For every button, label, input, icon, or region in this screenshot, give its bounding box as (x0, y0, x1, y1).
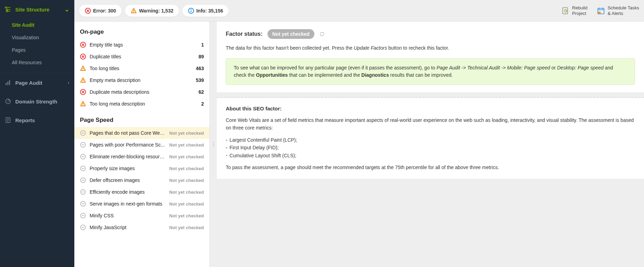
neutral-icon (80, 130, 86, 136)
site-structure-icon (5, 6, 11, 12)
factor-status: Not yet checked (169, 213, 204, 218)
factor-row[interactable]: Pages with poor Performance Sc...Not yet… (74, 139, 209, 151)
svg-rect-0 (5, 7, 7, 8)
factor-status: Not yet checked (169, 154, 204, 159)
factor-name: Too long titles (90, 66, 190, 71)
schedule-tasks-button[interactable]: Schedule Tasks& Alerts (597, 5, 639, 16)
factor-row[interactable]: Properly size imagesNot yet checked (74, 162, 209, 174)
tip-box: To see what can be improved for any part… (226, 58, 635, 85)
refresh-icon[interactable] (319, 31, 325, 37)
svg-point-19 (133, 12, 134, 12)
factor-row[interactable]: Empty title tags1 (74, 39, 209, 51)
sidebar: Site Structure ⌄ Site Audit Visualizatio… (0, 0, 74, 267)
nav-site-structure-label: Site Structure (15, 7, 49, 12)
factor-status-desc: The data for this factor hasn't been col… (226, 45, 635, 51)
factor-name: Empty meta description (90, 77, 190, 83)
factor-row[interactable]: Duplicate titles89 (74, 51, 209, 62)
svg-rect-4 (6, 11, 8, 12)
rebuild-line1: Rebuild (572, 5, 587, 10)
factor-value: 62 (198, 89, 204, 95)
nav-reports-label: Reports (15, 117, 35, 123)
error-icon (80, 42, 86, 48)
factor-name: Empty title tags (90, 42, 196, 48)
factor-status: Not yet checked (169, 225, 204, 230)
factor-row[interactable]: Minify JavaScriptNot yet checked (74, 222, 209, 233)
chevron-right-icon: › (68, 80, 69, 86)
info-pill[interactable]: Info: 35,156 (182, 5, 229, 17)
factor-name: Duplicate titles (90, 54, 193, 59)
factor-name: Eliminate render-blocking resourc... (90, 154, 166, 159)
factor-row[interactable]: Too long meta description2 (74, 98, 209, 110)
error-pill[interactable]: Error: 300 (79, 5, 122, 17)
factor-value: 539 (196, 77, 204, 83)
factors-panel: On-page Empty title tags1Duplicate title… (74, 22, 210, 267)
factor-name: Pages with poor Performance Sc... (90, 142, 166, 148)
factor-row[interactable]: Duplicate meta descriptions62 (74, 86, 209, 98)
rebuild-line2: Project (572, 11, 586, 16)
nav-site-structure[interactable]: Site Structure ⌄ (0, 0, 74, 19)
factor-name: Minify CSS (90, 213, 166, 218)
nav-visualization[interactable]: Visualization (0, 31, 74, 44)
warning-icon (131, 8, 137, 14)
factor-row[interactable]: Pages that do not pass Core Web...Not ye… (74, 127, 209, 139)
svg-point-36 (83, 69, 83, 70)
neutral-icon (80, 142, 86, 148)
factor-status: Not yet checked (169, 131, 204, 136)
error-icon (85, 8, 91, 14)
neutral-icon (80, 177, 86, 183)
error-pill-label: Error: 300 (93, 8, 116, 14)
svg-rect-2 (6, 9, 8, 10)
about-body: Core Web Vitals are a set of field metri… (226, 116, 635, 171)
chevron-down-icon: ⌄ (64, 6, 69, 13)
nav-all-resources[interactable]: All Resources (0, 56, 74, 69)
page-audit-icon (5, 80, 11, 86)
schedule-line1: Schedule Tasks (608, 5, 639, 10)
nav-page-audit-label: Page Audit (15, 80, 42, 86)
svg-rect-7 (7, 82, 8, 85)
factor-row[interactable]: Empty meta description539 (74, 74, 209, 86)
error-icon (80, 53, 86, 60)
error-icon (80, 89, 86, 95)
factor-name: Minify JavaScript (90, 225, 166, 230)
factor-name: Defer offscreen images (90, 177, 166, 183)
svg-point-10 (8, 101, 9, 102)
factor-row[interactable]: Eliminate render-blocking resourc...Not … (74, 151, 209, 162)
warning-icon (80, 65, 86, 72)
factor-status: Not yet checked (169, 142, 204, 148)
neutral-icon (80, 153, 86, 160)
neutral-icon (80, 189, 86, 195)
info-icon (188, 8, 194, 14)
factor-status: Not yet checked (169, 178, 204, 183)
neutral-icon (80, 212, 86, 219)
svg-rect-6 (6, 83, 7, 85)
svg-rect-8 (9, 80, 10, 85)
nav-pages[interactable]: Pages (0, 44, 74, 56)
factor-name: Pages that do not pass Core Web... (90, 130, 166, 136)
factor-status-badge: Not yet checked (267, 29, 314, 39)
warning-icon (80, 101, 86, 107)
warning-pill[interactable]: Warning: 1,532 (125, 5, 179, 17)
factor-row[interactable]: Efficiently encode imagesNot yet checked (74, 186, 209, 198)
about-title: About this SEO factor: (226, 106, 635, 111)
svg-point-38 (83, 81, 83, 82)
panel-resize-handle[interactable] (210, 22, 217, 267)
nav-page-audit[interactable]: Page Audit › (0, 73, 74, 92)
nav-domain-strength[interactable]: Domain Strength (0, 92, 74, 111)
rebuild-project-button[interactable]: RebuildProject (562, 5, 587, 16)
neutral-icon (80, 201, 86, 207)
factor-status-label: Factor status: (226, 31, 263, 37)
factor-row[interactable]: Defer offscreen imagesNot yet checked (74, 174, 209, 186)
nav-site-audit[interactable]: Site Audit (0, 19, 74, 31)
factor-row[interactable]: Serve images in next-gen formatsNot yet … (74, 198, 209, 210)
section-onpage-title: On-page (74, 22, 209, 39)
factor-name: Properly size images (90, 166, 166, 171)
section-pagespeed-title: Page Speed (74, 110, 209, 127)
neutral-icon (80, 224, 86, 231)
svg-point-43 (83, 105, 83, 106)
topbar: Error: 300 Warning: 1,532 Info: 35,156 R (74, 0, 644, 22)
factor-row[interactable]: Too long titles463 (74, 62, 209, 74)
factor-value: 89 (198, 54, 204, 59)
factor-row[interactable]: Minify CSSNot yet checked (74, 210, 209, 222)
nav-reports[interactable]: Reports (0, 111, 74, 130)
factor-status: Not yet checked (169, 166, 204, 171)
